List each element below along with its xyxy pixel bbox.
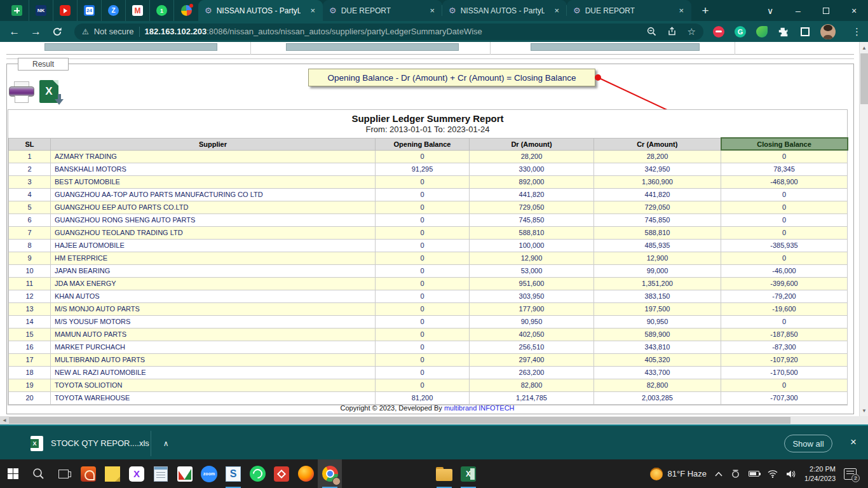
tab-close-icon[interactable]: × xyxy=(677,6,685,15)
close-window-button[interactable]: × xyxy=(840,0,868,21)
horizontal-scroll-thumb[interactable] xyxy=(9,417,790,424)
start-button[interactable] xyxy=(0,459,25,488)
vertical-scrollbar[interactable]: ▲ ▼ xyxy=(859,42,868,416)
extensions-puzzle-icon[interactable] xyxy=(777,25,790,38)
taskbar-app-firefox[interactable] xyxy=(294,459,318,488)
cr-amount-cell: 383,150 xyxy=(594,290,721,302)
pinned-tab-sheets[interactable] xyxy=(5,0,29,21)
tab-nissan-autos-1[interactable]: ⚙ NISSAN AUTOS - PartyLe × xyxy=(198,0,323,21)
developer-link[interactable]: multibrand INFOTECH xyxy=(444,404,515,412)
scroll-down-arrow[interactable]: ▼ xyxy=(860,406,868,415)
taskbar-app-s[interactable]: S xyxy=(221,459,245,488)
closing-balance-cell: 0 xyxy=(721,150,848,163)
taskbar-app-file-explorer[interactable] xyxy=(432,459,456,488)
print-button[interactable] xyxy=(9,81,34,104)
tab-nissan-autos-2[interactable]: ⚙ NISSAN AUTOS - PartyLe × xyxy=(442,0,567,21)
reload-button[interactable] xyxy=(46,23,68,41)
export-excel-button[interactable]: X xyxy=(39,80,58,103)
taskbar-clock[interactable]: 2:20 PM 1/24/2023 xyxy=(804,464,836,484)
tab-close-icon[interactable]: × xyxy=(309,6,316,15)
url-text[interactable]: 182.163.102.203:8086/nissan_autos/nissan… xyxy=(145,27,482,36)
scroll-up-arrow[interactable]: ▲ xyxy=(860,43,868,52)
sl-cell: 8 xyxy=(9,239,51,252)
taskbar-app-excel[interactable]: X xyxy=(456,459,480,488)
tray-expand-chevron-icon[interactable] xyxy=(715,471,722,477)
tab-search-chevron-icon[interactable]: ∨ xyxy=(756,0,784,21)
downloaded-file-item[interactable]: STOCK QTY REPOR....xls ∧ xyxy=(22,426,178,461)
bookmark-star-icon[interactable]: ☆ xyxy=(688,26,696,37)
supplier-cell: M/S YOUSUF MOTORS xyxy=(51,315,376,328)
profile-avatar[interactable] xyxy=(820,24,836,39)
printer-paper-bottom xyxy=(15,95,29,103)
sl-cell: 16 xyxy=(9,341,51,353)
tray-app-icon[interactable] xyxy=(731,469,740,478)
forward-button[interactable]: → xyxy=(25,23,47,41)
opening-balance-cell: 0 xyxy=(376,366,470,379)
sidebar-square-icon[interactable] xyxy=(799,25,811,38)
taskbar-app-sticky-notes[interactable] xyxy=(100,459,125,488)
tab-close-icon[interactable]: × xyxy=(428,6,436,15)
taskbar-app-imageviewer[interactable] xyxy=(173,459,197,488)
minimize-button[interactable]: – xyxy=(784,0,812,21)
pinned-tab-colorful[interactable] xyxy=(174,0,198,21)
pinned-tab-calendar[interactable]: 24 xyxy=(78,0,102,21)
taskbar-search-button[interactable] xyxy=(25,459,51,488)
show-all-downloads-button[interactable]: Show all xyxy=(784,435,832,452)
pinned-tab-whatsapp[interactable]: 1 xyxy=(150,0,174,21)
tab-title: NISSAN AUTOS - PartyLe xyxy=(217,6,301,15)
taskbar-app-whatsapp[interactable] xyxy=(245,459,269,488)
extension-leaf-icon[interactable] xyxy=(756,25,768,38)
pinned-tab-gmail[interactable]: M xyxy=(126,0,150,21)
scroll-left-arrow[interactable]: ◄ xyxy=(0,416,9,424)
address-bar[interactable]: ⚠ Not secure 182.163.102.203:8086/nissan… xyxy=(74,24,703,40)
tab-due-report-1[interactable]: ⚙ DUE REPORT × xyxy=(323,0,442,21)
vertical-scroll-thumb[interactable] xyxy=(860,53,868,104)
filter-input[interactable] xyxy=(531,43,700,51)
horizontal-scrollbar[interactable]: ◄ xyxy=(0,416,868,424)
supplier-cell: GUANGZHOU TEOLAND TRADING LTD xyxy=(51,226,376,239)
taskbar-app-avro[interactable] xyxy=(76,459,100,488)
share-icon[interactable] xyxy=(667,27,677,36)
close-shelf-icon[interactable]: × xyxy=(850,436,857,449)
download-shelf: STOCK QTY REPOR....xls ∧ Show all × xyxy=(0,424,868,459)
dr-amount-cell: 402,050 xyxy=(470,328,594,341)
volume-icon[interactable] xyxy=(786,470,796,478)
avro-icon xyxy=(81,466,96,482)
closing-balance-cell: -468,900 xyxy=(721,175,848,188)
new-tab-button[interactable]: + xyxy=(696,2,714,20)
back-button[interactable]: ← xyxy=(4,23,25,41)
task-view-button[interactable] xyxy=(51,459,76,488)
pinned-tab-youtube[interactable] xyxy=(53,0,78,21)
table-row: 12KHAN AUTOS0303,950383,150-79,200 xyxy=(9,290,848,302)
restore-button[interactable] xyxy=(812,0,840,21)
notification-center-button[interactable]: 2 xyxy=(844,468,857,480)
taskbar-app-x[interactable]: X xyxy=(125,459,149,488)
col-closing-balance-highlighted: Closing Balance xyxy=(721,138,848,150)
browser-menu-icon[interactable]: ⋮ xyxy=(852,26,862,37)
col-cr-amount: Cr (Amount) xyxy=(594,138,721,150)
taskbar-app-zoom[interactable]: zoom xyxy=(197,459,221,488)
gear-favicon: ⚙ xyxy=(449,6,456,15)
wifi-icon[interactable] xyxy=(768,470,778,478)
table-row: 17MULTIBRAND AUTO PARTS0297,400405,320-1… xyxy=(9,353,848,366)
grammarly-icon[interactable]: G xyxy=(734,25,747,38)
taskbar-app-red[interactable] xyxy=(269,459,294,488)
battery-icon[interactable] xyxy=(749,471,759,477)
taskbar-app-notepad[interactable] xyxy=(149,459,173,488)
security-label[interactable]: Not secure xyxy=(94,27,134,36)
pinned-tab-nk[interactable]: NK xyxy=(29,0,53,21)
whatsapp-favicon: 1 xyxy=(156,5,167,16)
weather-widget[interactable]: 81°F Haze xyxy=(650,468,707,480)
taskbar-app-chrome[interactable] xyxy=(318,459,342,488)
zoom-page-icon[interactable] xyxy=(647,27,656,36)
filter-form-cutoff xyxy=(6,42,854,55)
col-supplier: Supplier xyxy=(51,138,376,150)
extension-red-icon[interactable] xyxy=(712,25,725,38)
filter-input[interactable] xyxy=(286,43,459,51)
tab-due-report-2[interactable]: ⚙ DUE REPORT × xyxy=(567,0,691,21)
download-options-chevron-icon[interactable]: ∧ xyxy=(163,439,169,448)
closing-balance-cell: -46,000 xyxy=(721,264,848,277)
pinned-tab-zoom[interactable]: Z xyxy=(102,0,126,21)
filter-input[interactable] xyxy=(44,43,217,51)
tab-close-icon[interactable]: × xyxy=(553,6,560,15)
